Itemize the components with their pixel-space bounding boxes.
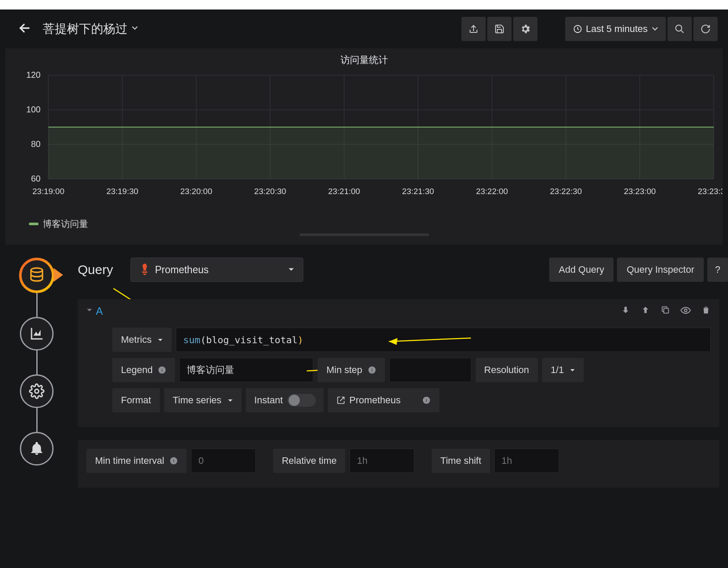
time-shift-label: Time shift <box>432 449 490 473</box>
graph-panel: 访问量统计 608010012023:19:0023:19:3023:20:00… <box>5 48 723 245</box>
expr-ident: blog_visit_total <box>206 335 298 345</box>
time-range-text: Last 5 minutes <box>586 23 648 35</box>
chevron-down-icon <box>132 25 138 33</box>
delete-icon[interactable] <box>701 305 711 317</box>
chart-area[interactable]: 608010012023:19:0023:19:3023:20:0023:20:… <box>5 71 723 214</box>
legend-input[interactable] <box>179 358 313 382</box>
caret-down-icon <box>158 334 163 345</box>
format-select[interactable]: Time series <box>164 388 242 412</box>
caret-down-icon <box>288 267 294 273</box>
resolution-select[interactable]: 1/1 <box>542 358 584 382</box>
duplicate-icon[interactable] <box>661 305 670 317</box>
svg-point-34 <box>684 309 687 312</box>
resolution-label: Resolution <box>476 358 538 382</box>
legend-label: 博客访问量 <box>43 218 88 230</box>
svg-text:120: 120 <box>26 71 41 80</box>
info-icon[interactable]: i <box>169 456 178 465</box>
nav-visualization-tab[interactable] <box>20 317 54 351</box>
svg-text:80: 80 <box>31 139 41 149</box>
prometheus-link[interactable]: Prometheus i <box>328 388 440 412</box>
relative-time-label: Relative time <box>273 449 345 473</box>
svg-text:23:22:30: 23:22:30 <box>550 187 582 196</box>
move-up-icon[interactable] <box>641 305 650 317</box>
query-row: A Metrics sum(blog_visit_ <box>78 299 719 427</box>
time-range-picker[interactable]: Last 5 minutes <box>565 17 666 41</box>
query-expression-input[interactable]: sum(blog_visit_total) <box>176 328 711 352</box>
legend-color-swatch <box>29 223 38 225</box>
move-down-icon[interactable] <box>621 305 630 317</box>
metrics-label: Metrics <box>121 334 152 345</box>
time-shift-input[interactable] <box>494 449 559 473</box>
svg-text:60: 60 <box>31 174 41 183</box>
query-inspector-button[interactable]: Query Inspector <box>617 258 704 282</box>
format-label: Format <box>112 388 160 412</box>
svg-text:23:21:30: 23:21:30 <box>402 187 434 196</box>
datasource-name: Prometheus <box>155 264 288 276</box>
svg-text:i: i <box>173 458 175 463</box>
zoom-out-button[interactable] <box>668 17 692 41</box>
external-link-icon <box>337 396 345 405</box>
save-button[interactable] <box>487 17 512 41</box>
svg-text:i: i <box>162 367 163 373</box>
refresh-button[interactable] <box>693 17 718 41</box>
expr-keyword: sum <box>183 335 200 345</box>
datasource-picker[interactable]: Prometheus <box>130 258 303 282</box>
info-icon[interactable]: i <box>422 396 431 405</box>
svg-text:23:23:00: 23:23:00 <box>624 187 656 196</box>
svg-rect-33 <box>664 308 668 313</box>
query-header: Query Prometheus Add Query Query Inspect… <box>78 258 728 282</box>
back-arrow-icon[interactable] <box>17 21 32 37</box>
metrics-dropdown[interactable]: Metrics <box>112 328 172 352</box>
min-step-input[interactable] <box>389 358 471 382</box>
query-letter: A <box>96 305 103 317</box>
svg-text:23:22:00: 23:22:00 <box>476 187 508 196</box>
panel-resize-handle[interactable] <box>299 233 429 236</box>
svg-text:i: i <box>426 397 427 403</box>
instant-label: Instant <box>254 395 283 406</box>
prometheus-icon <box>140 264 150 276</box>
panel-title: 访问量统计 <box>5 54 723 67</box>
chevron-down-icon <box>652 26 658 32</box>
min-step-label: Min step i <box>318 358 385 382</box>
svg-text:23:19:30: 23:19:30 <box>106 187 138 196</box>
dashboard-title[interactable]: 菩提树下的杨过 <box>43 21 138 37</box>
min-time-interval-label: Min time interval i <box>86 449 187 473</box>
svg-text:i: i <box>371 367 372 373</box>
settings-button[interactable] <box>513 17 537 41</box>
query-options-block: Min time interval i Relative time Time s… <box>78 440 719 488</box>
relative-time-input[interactable] <box>350 449 414 473</box>
query-section: Query Prometheus Add Query Query Inspect… <box>0 245 728 488</box>
toggle-visibility-icon[interactable] <box>680 305 691 317</box>
nav-alert-tab[interactable] <box>20 432 54 466</box>
svg-text:23:21:00: 23:21:00 <box>328 187 360 196</box>
collapse-toggle-icon[interactable] <box>86 307 92 315</box>
add-query-button[interactable]: Add Query <box>549 258 614 282</box>
svg-text:100: 100 <box>26 105 41 114</box>
query-section-title: Query <box>78 262 113 277</box>
editor-header: 菩提树下的杨过 Last 5 minutes <box>0 10 728 48</box>
dashboard-title-text: 菩提树下的杨过 <box>43 21 127 37</box>
svg-point-32 <box>35 389 39 393</box>
info-icon[interactable]: i <box>368 366 376 374</box>
nav-queries-tab[interactable] <box>19 258 54 293</box>
svg-point-31 <box>31 268 43 272</box>
caret-down-icon <box>228 395 233 406</box>
min-time-interval-input[interactable] <box>191 449 256 473</box>
panel-edit-side-nav <box>13 258 60 466</box>
svg-point-1 <box>676 25 682 31</box>
svg-text:23:19:00: 23:19:00 <box>32 187 64 196</box>
legend[interactable]: 博客访问量 <box>5 218 723 230</box>
caret-down-icon <box>570 364 575 376</box>
share-button[interactable] <box>461 17 486 41</box>
help-button[interactable]: ? <box>707 258 728 282</box>
query-row-header: A <box>78 299 719 323</box>
svg-text:23:23:30: 23:23:30 <box>698 187 722 196</box>
instant-toggle-wrap: Instant <box>246 388 324 412</box>
nav-general-tab[interactable] <box>20 374 54 408</box>
svg-text:23:20:30: 23:20:30 <box>254 187 286 196</box>
instant-toggle[interactable] <box>287 394 316 407</box>
svg-text:23:20:00: 23:20:00 <box>180 187 212 196</box>
nav-active-pointer <box>54 268 63 282</box>
legend-label: Legend i <box>112 358 175 382</box>
info-icon[interactable]: i <box>158 366 166 374</box>
